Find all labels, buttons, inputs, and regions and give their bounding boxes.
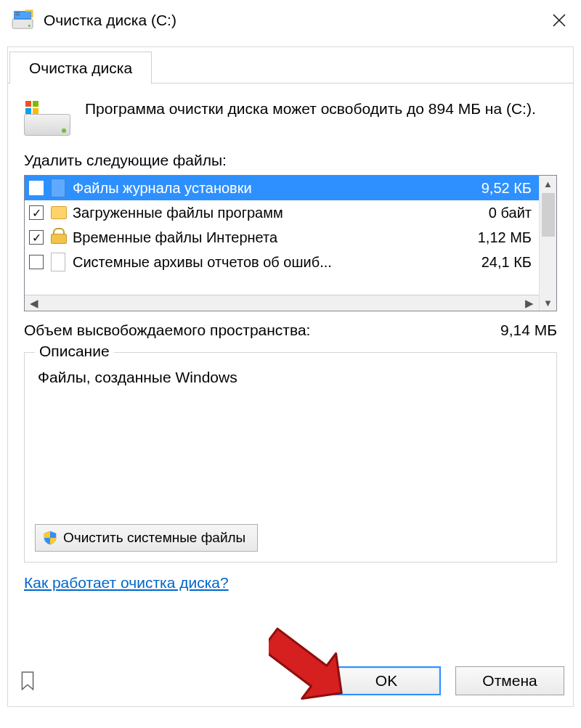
tab-strip: Очистка диска xyxy=(8,47,573,83)
cancel-button[interactable]: Отмена xyxy=(455,666,564,695)
clean-system-files-label: Очистить системные файлы xyxy=(63,530,245,546)
scroll-right-icon[interactable]: ▶ xyxy=(521,297,537,310)
description-group: Описание Файлы, созданные Windows Очисти… xyxy=(24,352,557,563)
windows-logo-icon xyxy=(25,101,38,114)
uac-shield-icon xyxy=(43,531,57,545)
file-row[interactable]: Системные архивы отчетов об ошиб...24,1 … xyxy=(25,250,539,274)
file-name: Файлы журнала установки xyxy=(73,180,473,197)
vertical-scrollbar[interactable]: ▲ ▼ xyxy=(539,176,556,311)
file-size: 9,52 КБ xyxy=(473,180,532,197)
total-space-value: 9,14 МБ xyxy=(500,322,557,339)
file-checkbox[interactable]: ✓ xyxy=(29,205,44,220)
drive-icon xyxy=(24,101,70,136)
folder-icon xyxy=(51,203,67,222)
file-row[interactable]: ✓Загруженные файлы программ0 байт xyxy=(25,200,539,225)
lock-icon xyxy=(51,228,67,247)
file-checkbox[interactable] xyxy=(29,181,44,195)
file-size: 24,1 КБ xyxy=(473,254,532,271)
bookmark-icon[interactable] xyxy=(17,670,38,692)
file-icon xyxy=(51,179,67,197)
file-size: 1,12 МБ xyxy=(469,229,532,246)
help-link[interactable]: Как работает очистка диска? xyxy=(24,574,229,592)
clean-system-files-button[interactable]: Очистить системные файлы xyxy=(35,524,258,552)
file-size: 0 байт xyxy=(480,205,532,221)
file-row[interactable]: ✓Временные файлы Интернета1,12 МБ xyxy=(25,225,539,250)
svg-point-2 xyxy=(28,25,31,27)
close-button[interactable] xyxy=(537,0,581,41)
file-name: Временные файлы Интернета xyxy=(73,229,469,246)
file-checkbox[interactable] xyxy=(29,255,44,269)
horizontal-scrollbar[interactable]: ◀ ▶ xyxy=(25,295,539,311)
ok-button[interactable]: OK xyxy=(332,666,441,695)
tab-label: Очистка диска xyxy=(29,60,132,77)
scrollbar-thumb[interactable] xyxy=(542,193,555,237)
total-space-label: Объем высвобождаемого пространства: xyxy=(24,322,310,339)
file-name: Системные архивы отчетов об ошиб... xyxy=(73,254,473,271)
description-legend: Описание xyxy=(35,343,114,360)
scroll-down-icon[interactable]: ▼ xyxy=(540,295,556,311)
svg-rect-0 xyxy=(12,19,33,28)
description-text: Файлы, созданные Windows xyxy=(38,369,543,386)
close-icon xyxy=(552,13,566,28)
files-listbox[interactable]: Файлы журнала установки9,52 КБ✓Загруженн… xyxy=(24,175,557,311)
disk-cleanup-icon xyxy=(12,9,33,31)
file-checkbox[interactable]: ✓ xyxy=(29,230,44,245)
cancel-label: Отмена xyxy=(482,672,537,690)
file-row[interactable]: Файлы журнала установки9,52 КБ xyxy=(25,176,539,200)
file-icon xyxy=(51,253,67,271)
summary-text: Программа очистки диска может освободить… xyxy=(85,98,536,120)
scroll-left-icon[interactable]: ◀ xyxy=(26,297,42,310)
tab-disk-cleanup[interactable]: Очистка диска xyxy=(9,52,152,84)
ok-label: OK xyxy=(375,672,397,690)
files-list-label: Удалить следующие файлы: xyxy=(24,152,557,169)
window-title: Очистка диска (C:) xyxy=(44,12,176,29)
file-name: Загруженные файлы программ xyxy=(73,205,480,221)
scroll-up-icon[interactable]: ▲ xyxy=(540,176,556,192)
